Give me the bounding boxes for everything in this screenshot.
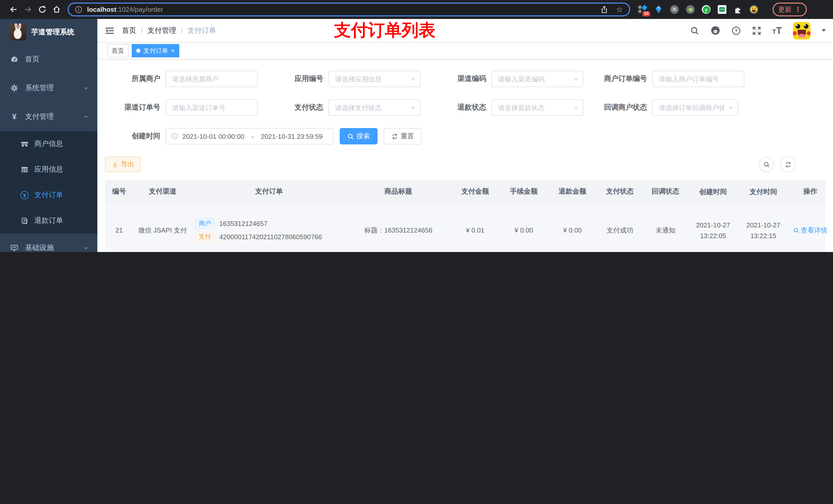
channel-order-no-input[interactable] <box>165 99 258 116</box>
date-range-input[interactable]: 2021-10-01 00:00:00 - 2021-10-31 23:59:5… <box>165 128 334 144</box>
page-annotation: 支付订单列表 <box>334 21 435 40</box>
back-button[interactable] <box>6 2 21 17</box>
extension-icon-y[interactable]: y <box>702 5 711 14</box>
merchant-order-no-input[interactable] <box>652 71 744 87</box>
fee-amount: ¥ 0.00 <box>499 226 548 234</box>
breadcrumb-pay[interactable]: 支付管理 <box>147 26 176 35</box>
forward-button[interactable] <box>21 2 35 17</box>
extensions-puzzle-icon[interactable] <box>734 5 742 14</box>
sidebar-item-home[interactable]: 首页 <box>0 45 97 74</box>
reset-button[interactable]: 重置 <box>384 128 422 144</box>
tab-close-icon[interactable]: × <box>171 47 175 54</box>
reload-button[interactable] <box>35 2 49 17</box>
share-icon[interactable] <box>600 6 608 13</box>
filter-merchant: 所属商户 <box>105 71 258 87</box>
filter-app: 应用编号 <box>278 71 421 87</box>
breadcrumb-home[interactable]: 首页 <box>122 26 136 35</box>
url-host: localhost <box>87 6 116 13</box>
monitor-icon <box>10 244 19 252</box>
search-icon[interactable] <box>690 26 699 35</box>
refund-status-select[interactable] <box>491 99 584 116</box>
filter-merchant-order-no: 商户订单编号 <box>604 71 744 87</box>
extension-icon-gem[interactable] <box>654 5 663 14</box>
sidebar-header: 芋道管理系统 <box>0 19 97 45</box>
fullscreen-icon[interactable] <box>752 26 761 35</box>
sidebar-item-pay[interactable]: ¥ 支付管理 <box>0 102 97 131</box>
filter-callback-status: 回调商户状态 <box>604 99 738 116</box>
download-icon <box>112 161 118 168</box>
github-icon[interactable] <box>710 26 720 35</box>
url-path: :1024/pay/order <box>116 6 163 13</box>
sidebar-item-refund-order[interactable]: 退款订单 <box>0 208 97 234</box>
refresh-icon <box>391 133 398 140</box>
goods-title: 标题：1635312124656 <box>346 225 451 235</box>
pay-channel: 微信 JSAPI 支付 <box>133 225 192 235</box>
channel-code-select[interactable] <box>491 71 584 87</box>
site-info-icon[interactable] <box>75 6 82 13</box>
avatar[interactable] <box>793 22 810 39</box>
logo-image <box>9 24 26 41</box>
avatar-caret-icon[interactable] <box>822 29 826 32</box>
order-id: 21 <box>105 226 133 234</box>
search-icon <box>347 133 354 140</box>
callback-status: 未通知 <box>643 225 688 235</box>
pay-status-select[interactable] <box>328 99 421 116</box>
browser-menu-icon[interactable]: ⋮ <box>794 6 801 13</box>
pay-submenu: 商户信息 应用信息 ¥ 支付订单 退款订单 <box>0 131 97 234</box>
sidebar-item-merchant-info[interactable]: 商户信息 <box>0 131 97 157</box>
table-header: 编号 支付渠道 支付订单 商品标题 支付金额 手续金额 退款金额 支付状态 回调… <box>105 180 825 203</box>
pay-tag: 支付 <box>195 232 215 242</box>
pay-amount: ¥ 0.01 <box>451 226 499 234</box>
svg-text:?: ? <box>734 28 737 33</box>
callback-status-select[interactable] <box>652 99 738 116</box>
app-select[interactable] <box>328 71 421 87</box>
breadcrumb: 首页 / 支付管理 / 支付订单 <box>122 26 216 35</box>
merchant-input[interactable] <box>165 71 258 87</box>
help-icon[interactable]: ? <box>731 26 740 35</box>
extension-icon-tiles[interactable]: 10 <box>638 5 647 14</box>
refresh-table-button[interactable] <box>780 157 795 172</box>
tags-view-bar: 首页 支付订单 × <box>97 43 833 59</box>
filter-channel-code: 渠道编码 <box>441 71 584 87</box>
filter-refund-status: 退款状态 <box>441 99 584 116</box>
search-icon <box>793 227 799 233</box>
sidebar-item-app-info[interactable]: 应用信息 <box>0 157 97 182</box>
chevron-down-icon <box>83 85 89 91</box>
tab-pay-order[interactable]: 支付订单 × <box>132 44 179 57</box>
show-search-button[interactable] <box>759 157 774 172</box>
address-bar[interactable]: localhost:1024/pay/order ☆ <box>68 3 630 16</box>
view-detail-link[interactable]: 查看详情 <box>793 225 827 235</box>
refresh-icon <box>785 161 791 168</box>
extension-badge: 10 <box>642 11 650 16</box>
document-icon <box>21 217 29 225</box>
breadcrumb-separator: / <box>181 26 183 34</box>
filter-pay-status: 支付状态 <box>278 99 421 116</box>
pay-order-cell: 商户1635312124657 支付4200001174202110278060… <box>192 216 346 245</box>
extension-icon-recorder[interactable] <box>686 5 695 14</box>
browser-update-button[interactable]: 更新 ⋮ <box>772 3 807 16</box>
yen-circle-icon: ¥ <box>21 191 29 199</box>
pay-order-table: 编号 支付渠道 支付订单 商品标题 支付金额 手续金额 退款金额 支付状态 回调… <box>105 180 825 252</box>
export-button[interactable]: 导出 <box>105 157 141 172</box>
extension-icon-cmd[interactable]: ⌘ <box>670 5 679 14</box>
yen-icon: ¥ <box>10 112 19 121</box>
extension-icon-chat[interactable] <box>718 5 727 14</box>
chevron-up-icon <box>83 114 89 120</box>
pay-status: 支付成功 <box>597 225 643 235</box>
refund-amount: ¥ 0.00 <box>548 226 597 234</box>
extensions-area: 10 ⌘ y <box>638 3 807 16</box>
sidebar-collapse-icon[interactable] <box>104 25 115 35</box>
sidebar-item-pay-order[interactable]: ¥ 支付订单 <box>0 182 97 208</box>
bookmark-star-icon[interactable]: ☆ <box>616 6 623 13</box>
search-button[interactable]: 搜索 <box>340 128 378 144</box>
page-content: 所属商户 应用编号 渠道编码 商户订单编号 <box>97 59 833 252</box>
home-button[interactable] <box>49 2 64 17</box>
sidebar-item-system[interactable]: 系统管理 <box>0 74 97 102</box>
gear-icon <box>10 84 19 92</box>
table-row: 21 微信 JSAPI 支付 商户1635312124657 支付4200001… <box>105 203 825 252</box>
font-size-icon[interactable]: TT <box>772 26 782 35</box>
tab-home[interactable]: 首页 <box>107 44 128 57</box>
active-dot-icon <box>136 49 140 53</box>
profile-emoji-icon[interactable] <box>749 5 758 14</box>
sidebar-item-infra[interactable]: 基础设施 <box>0 234 97 252</box>
